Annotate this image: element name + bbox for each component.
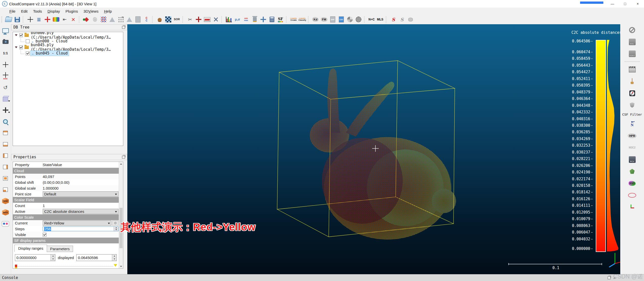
sf-range-slider[interactable] bbox=[15, 264, 117, 268]
clone-icon[interactable] bbox=[155, 15, 164, 24]
sphere-primitive-icon[interactable] bbox=[346, 15, 354, 24]
translate-rotate-icon[interactable] bbox=[194, 15, 203, 24]
gaussian-filter-icon[interactable]: μ,σ bbox=[233, 15, 242, 24]
hpr-icon[interactable]: HPR bbox=[627, 132, 637, 140]
menu-3d-views[interactable]: 3D Views bbox=[81, 8, 101, 15]
zoom-1-1-icon[interactable]: 1:1 bbox=[1, 49, 10, 58]
match-centers-icon[interactable]: ↑ bbox=[91, 15, 99, 24]
register-page-icon[interactable] bbox=[134, 15, 142, 24]
minimize-button[interactable]: — bbox=[606, 0, 619, 8]
tab-parameters[interactable]: Parameters bbox=[47, 246, 73, 252]
mesh-delaunay-icon[interactable] bbox=[108, 15, 116, 24]
point-list-picking-icon[interactable] bbox=[211, 15, 220, 24]
segment-scissors-icon[interactable]: ✂ bbox=[186, 15, 194, 24]
tree-expander-icon[interactable] bbox=[15, 34, 17, 36]
steps-spinbox[interactable]: 256 bbox=[43, 226, 118, 231]
cylinder-unroll-icon[interactable] bbox=[406, 15, 415, 24]
tree-item[interactable]: bun000.ply (C:/Users/lab/AppData/Local/T… bbox=[13, 32, 123, 38]
axis-widget-icon[interactable] bbox=[628, 203, 636, 211]
menu-display[interactable]: Display bbox=[45, 8, 63, 15]
zoom-magnifier-icon[interactable] bbox=[1, 117, 10, 126]
slider-min-handle[interactable] bbox=[15, 265, 17, 268]
range-start-input[interactable]: 0.00000000 bbox=[15, 254, 55, 261]
menu-file[interactable]: File bbox=[7, 8, 18, 15]
open-icon[interactable] bbox=[4, 15, 13, 24]
gear-icon[interactable]: ⚙ bbox=[112, 220, 118, 226]
menu-edit[interactable]: Edit bbox=[18, 8, 30, 15]
scroll-down-icon[interactable] bbox=[119, 166, 123, 170]
globe-projection-icon[interactable] bbox=[354, 15, 363, 24]
spline-sample-icon[interactable]: S bbox=[398, 15, 406, 24]
tree-checkbox[interactable] bbox=[19, 45, 23, 49]
screenshot-camera-icon[interactable] bbox=[1, 38, 10, 46]
histogram-icon[interactable] bbox=[225, 15, 233, 24]
close-button[interactable]: × bbox=[631, 0, 644, 8]
animation-icon[interactable] bbox=[628, 65, 636, 74]
rotate-view-icon[interactable]: ↺ bbox=[1, 83, 10, 92]
compass-icon[interactable] bbox=[628, 89, 636, 97]
translate-resize-icon[interactable]: ⇤ bbox=[60, 15, 69, 24]
float-panel-icon[interactable] bbox=[122, 156, 125, 159]
register-plane-icon[interactable] bbox=[125, 15, 134, 24]
properties-scrollbar[interactable] bbox=[119, 162, 123, 268]
disable-shader-icon[interactable] bbox=[628, 26, 636, 34]
pick-rotation-center-icon[interactable] bbox=[26, 15, 35, 24]
clean-broom-icon[interactable] bbox=[628, 77, 636, 86]
normals-arrow-icon[interactable]: N bbox=[628, 120, 636, 128]
range-start-spinner[interactable] bbox=[51, 254, 55, 261]
display-options-list-icon[interactable]: ≣ bbox=[35, 15, 43, 24]
subsample-checker-icon[interactable] bbox=[164, 15, 173, 24]
view-front-face-icon[interactable] bbox=[1, 174, 10, 183]
kd-tree-icon[interactable]: Kd bbox=[311, 15, 320, 24]
sf-arithmetic-icon[interactable] bbox=[268, 15, 276, 24]
view-top-icon[interactable] bbox=[1, 129, 10, 137]
view-front-iso-icon[interactable]: FRONT bbox=[1, 197, 10, 205]
cross-section-icon[interactable] bbox=[203, 15, 211, 24]
sf-delete-icon[interactable] bbox=[250, 15, 259, 24]
normals-and-curvature-icon[interactable]: N+C bbox=[367, 15, 376, 24]
set-view-cube-icon[interactable] bbox=[1, 94, 10, 103]
facets-detection-icon[interactable] bbox=[628, 167, 636, 176]
range-stop-spinner[interactable] bbox=[112, 254, 116, 261]
sf-colorbar-icon[interactable]: SF bbox=[276, 15, 285, 24]
console-float-icon[interactable] bbox=[608, 276, 611, 279]
ellipse-tool-icon[interactable] bbox=[628, 191, 637, 199]
ssao-shader-icon[interactable]: SSAO bbox=[628, 49, 636, 58]
point-picking-icon[interactable] bbox=[43, 15, 52, 24]
active-combo[interactable]: C2C absolute distances bbox=[43, 209, 118, 214]
tree-item[interactable]: ☁bun045 - Cloud bbox=[13, 50, 123, 56]
fm-segmentation-icon[interactable]: FM bbox=[320, 15, 328, 24]
register-scatter-icon[interactable] bbox=[116, 15, 125, 24]
save-icon[interactable] bbox=[13, 15, 21, 24]
view-right-icon[interactable] bbox=[1, 163, 10, 171]
tree-item[interactable]: bun045.ply (C:/Users/lab/AppData/Local/T… bbox=[13, 44, 123, 50]
edl-shader-icon[interactable]: EDL bbox=[628, 38, 636, 46]
shield-plugin-icon[interactable] bbox=[628, 101, 636, 109]
3d-viewport[interactable]: C2C absolute distances 0.0645060.0604740… bbox=[127, 24, 620, 274]
sf-gradient-icon[interactable]: minmax bbox=[242, 15, 250, 24]
delete-icon[interactable]: × bbox=[69, 15, 78, 24]
slider-max-handle[interactable] bbox=[114, 264, 117, 269]
color-scale-ramp-icon[interactable] bbox=[52, 15, 60, 24]
pick-auto-icon[interactable]: auto bbox=[1, 72, 10, 80]
point-size-combo[interactable]: Default bbox=[43, 191, 118, 197]
pcv-shading-icon[interactable]: PCV bbox=[628, 155, 636, 164]
csv-export-icon[interactable]: CSV bbox=[337, 15, 346, 24]
tree-checkbox[interactable] bbox=[26, 39, 30, 43]
subsample-icon[interactable] bbox=[99, 15, 108, 24]
scroll-up-icon[interactable] bbox=[119, 162, 123, 166]
sf-add-icon[interactable] bbox=[259, 15, 268, 24]
display-settings-icon[interactable] bbox=[1, 26, 10, 35]
sor-filter-icon[interactable]: SOR bbox=[173, 15, 181, 24]
float-panel-icon[interactable] bbox=[122, 26, 125, 29]
view-bottom-icon[interactable] bbox=[1, 140, 10, 148]
view-left-icon[interactable] bbox=[1, 151, 10, 160]
tree-checkbox[interactable] bbox=[19, 33, 23, 37]
canupo-classify-icon[interactable]: CANUPOClassify bbox=[298, 15, 307, 24]
spline-fit-icon[interactable]: S bbox=[389, 15, 398, 24]
rsd-icon[interactable]: RSD bbox=[628, 179, 636, 188]
mls-smoothing-icon[interactable]: MLS bbox=[376, 15, 385, 24]
view-back-iso-icon[interactable]: BACK bbox=[1, 208, 10, 217]
canupo-create-icon[interactable]: CANUPOCreate bbox=[289, 15, 298, 24]
align-clouds-icon[interactable] bbox=[82, 15, 91, 24]
